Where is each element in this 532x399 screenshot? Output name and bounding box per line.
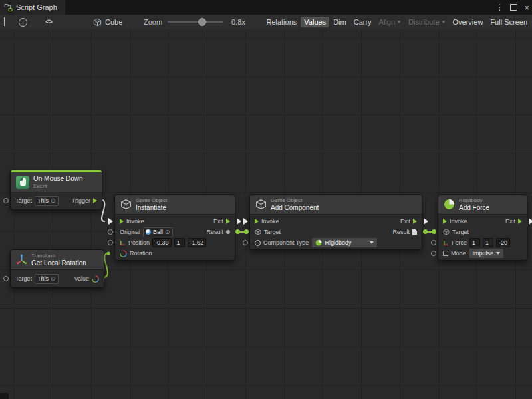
rigidbody-mini-icon: [315, 239, 322, 246]
flow-in-arrow-icon[interactable]: [255, 219, 259, 224]
rotation-label: Rotation: [130, 250, 152, 257]
flow-in-arrow-icon[interactable]: [120, 219, 124, 224]
invoke-label: Invoke: [261, 218, 279, 225]
zoom-slider-handle[interactable]: [198, 18, 206, 26]
target-label: Target: [264, 229, 281, 235]
node-header[interactable]: On Mouse Down Event: [11, 172, 102, 192]
position-x-field[interactable]: -0.39: [152, 238, 172, 247]
node-add-force[interactable]: Rigidbody Add Force Invoke Exit: [438, 194, 527, 261]
target-row: Target: [438, 227, 527, 237]
object-picker-icon[interactable]: ⊙: [165, 229, 170, 235]
node-title: Add Component: [271, 204, 319, 212]
flow-out-arrow-icon[interactable]: [226, 219, 230, 224]
input-port[interactable]: [108, 229, 113, 235]
result-output-port[interactable]: [226, 230, 230, 234]
node-title: Add Force: [459, 204, 489, 212]
input-port[interactable]: [3, 276, 9, 281]
target-object-field[interactable]: This ⊙: [35, 274, 59, 284]
values-button[interactable]: Values: [301, 17, 329, 27]
result-label: Result: [392, 229, 410, 235]
force-x-field[interactable]: 1: [469, 238, 480, 247]
align-button[interactable]: Align: [376, 17, 404, 27]
rotation-gizmo-icon[interactable]: [92, 275, 99, 283]
maximize-icon[interactable]: [510, 4, 517, 11]
align-button-label: Align: [379, 18, 395, 26]
input-port[interactable]: [431, 251, 436, 256]
mode-dropdown[interactable]: Impulse: [469, 248, 505, 259]
zoom-slider[interactable]: [168, 15, 223, 29]
node-header[interactable]: Game Object Add Component: [250, 195, 422, 215]
node-header[interactable]: Rigidbody Add Force: [438, 195, 527, 215]
close-icon[interactable]: ×: [524, 3, 529, 12]
original-object-field[interactable]: Ball ⊙: [143, 227, 173, 237]
mouse-icon: [16, 176, 29, 189]
dim-button[interactable]: Dim: [330, 17, 350, 27]
result-label: Result: [206, 229, 223, 235]
full-screen-button[interactable]: Full Screen: [487, 17, 531, 27]
flow-in-arrow-icon[interactable]: [443, 219, 447, 224]
node-instantiate[interactable]: Game Object Instantiate Invoke Exit Orig…: [114, 194, 235, 261]
force-y-field[interactable]: 1: [483, 238, 493, 247]
flow-in-wire-arrow-icon[interactable]: [108, 218, 113, 225]
node-on-mouse-down[interactable]: On Mouse Down Event Target This ⊙ Trigge…: [10, 170, 102, 210]
object-picker-icon[interactable]: ⊙: [51, 276, 56, 282]
edit-script-icon[interactable]: <>: [45, 15, 52, 29]
input-port[interactable]: [3, 198, 9, 203]
input-port[interactable]: [108, 240, 113, 245]
enum-icon: [443, 251, 448, 256]
force-row: Force 1 1 -20: [438, 237, 527, 248]
node-subtitle: Event: [33, 183, 82, 190]
mode-row: Mode Impulse: [438, 248, 527, 259]
dropdown-caret-icon: [496, 252, 500, 255]
node-category: Rigidbody: [459, 198, 489, 204]
value-connection[interactable]: [423, 229, 436, 234]
input-port[interactable]: [243, 240, 248, 245]
target-label: Target: [452, 229, 469, 235]
node-header[interactable]: Game Object Instantiate: [115, 195, 235, 215]
distribute-button[interactable]: Distribute: [405, 17, 448, 27]
flow-out-wire-arrow-icon[interactable]: [237, 218, 241, 225]
flow-out-wire-arrow-icon[interactable]: [529, 218, 532, 225]
position-z-field[interactable]: -1.62: [188, 238, 207, 247]
force-z-field[interactable]: -20: [496, 238, 510, 247]
flow-out-arrow-icon[interactable]: [93, 198, 97, 203]
zoom-slider-track: [168, 21, 223, 23]
script-graph-icon: [4, 3, 13, 12]
graph-canvas[interactable]: On Mouse Down Event Target This ⊙ Trigge…: [0, 29, 532, 399]
ball-prefab-icon: [146, 229, 151, 235]
chevron-down-icon: [442, 21, 446, 23]
invoke-row: Invoke Exit: [250, 216, 422, 227]
carry-button[interactable]: Carry: [350, 17, 375, 27]
relations-button[interactable]: Relations: [263, 17, 300, 27]
original-label: Original: [120, 229, 140, 235]
target-object-field[interactable]: This ⊙: [35, 196, 59, 206]
position-y-field[interactable]: 1: [174, 238, 185, 247]
cube-mini-icon: [255, 229, 261, 235]
window-menu-icon[interactable]: ⋮: [495, 3, 503, 11]
mode-label: Mode: [451, 250, 466, 257]
exit-label: Exit: [213, 218, 223, 225]
info-icon[interactable]: i: [19, 15, 27, 29]
node-header[interactable]: Transform Get Local Rotation: [11, 250, 104, 270]
object-picker-icon[interactable]: ⊙: [51, 198, 56, 204]
graph-breadcrumb[interactable]: Cube: [93, 15, 122, 29]
component-type-dropdown[interactable]: Rigidbody: [311, 237, 378, 248]
target-row: Target This ⊙ Trigger: [11, 194, 102, 208]
input-port[interactable]: [431, 240, 436, 245]
flow-in-wire-arrow-icon[interactable]: [243, 218, 248, 225]
component-type-value: Rigidbody: [325, 239, 351, 246]
lock-icon[interactable]: [4, 15, 5, 29]
flow-out-arrow-icon[interactable]: [518, 219, 522, 224]
window-tab[interactable]: Script Graph: [0, 0, 65, 15]
flow-out-wire-arrow-icon[interactable]: [424, 218, 428, 225]
value-connection[interactable]: [235, 229, 249, 234]
rigidbody-icon: [444, 199, 455, 210]
overview-button[interactable]: Overview: [450, 17, 487, 27]
result-file-icon[interactable]: [412, 229, 417, 235]
node-add-component[interactable]: Game Object Add Component Invoke Exit: [249, 194, 422, 250]
flow-out-arrow-icon[interactable]: [413, 219, 417, 224]
invoke-row: Invoke Exit: [115, 216, 235, 227]
node-get-local-rotation[interactable]: Transform Get Local Rotation Target This…: [10, 249, 104, 288]
game-object-icon: [120, 199, 132, 210]
component-type-label: Component Type: [263, 239, 309, 246]
